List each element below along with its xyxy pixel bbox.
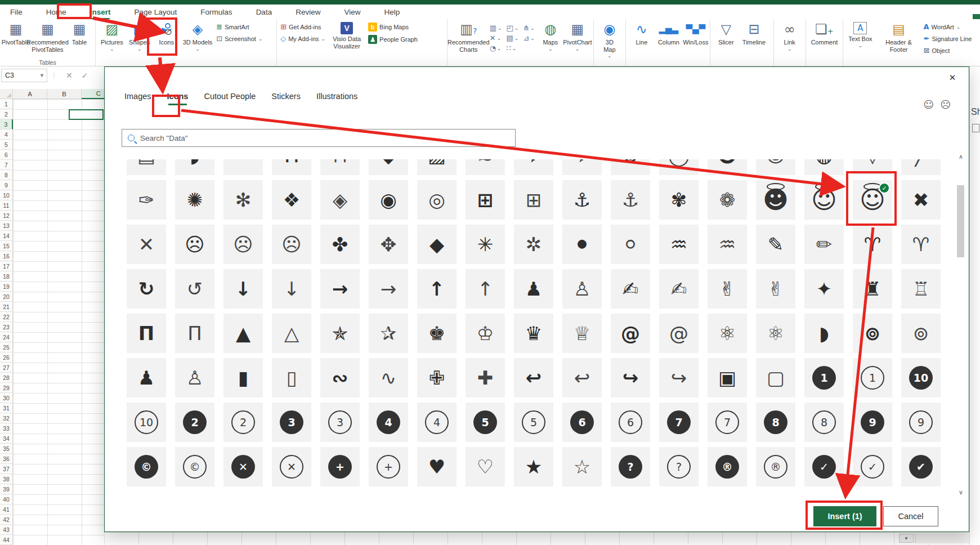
shapes-button[interactable]: ◧ Shapes ⌄ (126, 20, 153, 53)
angry-face-outline-icon[interactable]: ☹ (223, 225, 263, 264)
row-header-26[interactable]: 26 (0, 352, 13, 363)
field-outline-partial-icon[interactable]: ≋ (466, 159, 505, 175)
arrow-forward-outline-icon[interactable]: ↪ (659, 358, 699, 397)
3d-models-button[interactable]: ◈ 3D Models ⌄ (180, 20, 216, 53)
architecture-filled-icon[interactable]: ✎ (756, 225, 795, 264)
face-outline-partial-icon[interactable]: ☺ (756, 159, 795, 175)
row-header-40[interactable]: 40 (0, 494, 13, 504)
tab-file[interactable]: File (7, 6, 26, 19)
dialog-tab-images[interactable]: Images (124, 92, 151, 105)
star-filled-icon[interactable]: ★ (514, 447, 553, 486)
row-header-2[interactable]: 2 (0, 109, 13, 119)
anchor-outline-icon[interactable]: ⚓ (611, 180, 650, 220)
face-filled-partial-icon[interactable]: ☻ (708, 159, 747, 175)
sparkline-line-button[interactable]: ∿ Line (628, 20, 655, 48)
row-header-32[interactable]: 32 (0, 413, 13, 423)
close-icon[interactable]: ✕ (946, 72, 959, 84)
treemap-chart-type-icon[interactable]: ◰⌄ (507, 24, 519, 32)
bing-maps-button[interactable]: b Bing Maps (368, 23, 418, 32)
pie-chart-type-icon[interactable]: ◔⌄ (490, 44, 502, 52)
row-header-14[interactable]: 14 (0, 231, 13, 241)
row-header-37[interactable]: 37 (0, 464, 13, 474)
baby-outline-icon[interactable]: ♙ (175, 358, 214, 397)
row-header-23[interactable]: 23 (0, 322, 13, 332)
row-header-4[interactable]: 4 (0, 129, 13, 140)
formula-cancel-icon[interactable]: ✕ (66, 71, 73, 80)
architecture-outline-icon[interactable]: ✏ (804, 225, 844, 264)
link-button[interactable]: ∞ Link ⌄ (776, 20, 803, 53)
yarn-filled-icon[interactable]: ✺ (175, 180, 214, 220)
badge-6-filled-icon[interactable]: 6 (562, 403, 602, 442)
at-symbol-outline-icon[interactable]: @ (659, 314, 699, 353)
angry-face-filled-icon[interactable]: ☹ (175, 225, 214, 264)
line-chart-type-icon[interactable]: ✕⌄ (490, 34, 502, 42)
baby-bottle-filled-icon[interactable]: ▮ (223, 358, 263, 397)
badge-10-filled-icon[interactable]: 10 (901, 358, 941, 397)
onesie-filled-icon[interactable]: ✙ (417, 358, 457, 397)
tab-page-layout[interactable]: Page Layout (131, 6, 181, 19)
row-header-29[interactable]: 29 (0, 383, 13, 393)
pictures-button[interactable]: ▨ Pictures ⌄ (98, 20, 126, 53)
needle-thread-icon[interactable]: ✑ (127, 180, 166, 220)
row-header-16[interactable]: 16 (0, 251, 13, 261)
row-header-39[interactable]: 39 (0, 484, 13, 494)
aries-outline-icon[interactable]: ♈ (901, 225, 941, 264)
row-header-20[interactable]: 20 (0, 292, 13, 302)
row-header-7[interactable]: 7 (0, 160, 13, 170)
get-addins-button[interactable]: ⊞ Get Add-ins (280, 23, 325, 31)
row-header-1[interactable]: 1 (0, 99, 13, 109)
badge-5-filled-icon[interactable]: 5 (466, 403, 505, 442)
feedback-frown-icon[interactable]: ☹ (940, 99, 951, 110)
atom-outline-icon[interactable]: ⚛ (756, 314, 795, 353)
dark-item-partial-icon[interactable]: ◗ (175, 159, 214, 175)
badge-7-filled-icon[interactable]: 7 (659, 403, 699, 442)
astronaut-filled-icon[interactable]: ♚ (417, 314, 457, 353)
baby-crawl-outline-icon[interactable]: ∿ (369, 358, 408, 397)
angel-face-outline-icon[interactable]: ☺ (804, 180, 844, 220)
row-header-5[interactable]: 5 (0, 140, 13, 150)
row-header-9[interactable]: 9 (0, 180, 13, 190)
dialog-tab-cutout-people[interactable]: Cutout People (204, 92, 256, 105)
column-header-a[interactable]: A (13, 89, 47, 99)
badge-copyright-filled-icon[interactable]: © (127, 447, 166, 486)
ai-head-outline-icon[interactable]: ♙ (562, 269, 602, 309)
tab-home[interactable]: Home (43, 6, 70, 19)
badge-6-outline-icon[interactable]: 6 (611, 403, 650, 442)
anchor-filled-icon[interactable]: ⚓ (562, 180, 602, 220)
badge-x-outline-icon[interactable]: ✕ (272, 447, 311, 486)
artist-outline-icon[interactable]: ✍ (659, 269, 699, 309)
seal-check-filled-icon[interactable]: ✓ (804, 447, 844, 486)
row-header-36[interactable]: 36 (0, 454, 13, 464)
reaching-star-outline-icon[interactable]: ✰ (369, 314, 408, 353)
astronaut-2-outline-icon[interactable]: ♕ (562, 314, 602, 353)
ring-outline-partial-icon[interactable]: ◯ (659, 159, 699, 175)
column-chart-type-icon[interactable]: ▥⌄ (490, 24, 502, 32)
row-header-8[interactable]: 8 (0, 170, 13, 180)
anger-symbol-filled-icon[interactable]: ✖ (901, 180, 941, 220)
tab-data[interactable]: Data (253, 6, 276, 19)
icons-button[interactable]: Icons (153, 20, 180, 48)
seal-check-outline-icon[interactable]: ✓ (853, 447, 892, 486)
badge-10-outline-icon[interactable]: 10 (127, 403, 166, 442)
horizontal-scroll-dropdown[interactable]: ▼ (899, 534, 914, 543)
table-button[interactable]: ▦ Table (66, 20, 93, 48)
angel-face-outline-selected-icon[interactable]: ☺✓ (853, 180, 892, 220)
selected-cell-c3[interactable] (69, 109, 104, 120)
hierarchy-chart-type-icon[interactable]: ⋔⌄ (523, 24, 534, 32)
badge-9-outline-icon[interactable]: 9 (901, 403, 941, 442)
asian-temple-filled-icon[interactable]: ♜ (853, 269, 892, 309)
insert-button[interactable]: Insert (1) (813, 506, 876, 526)
tab-formulas[interactable]: Formulas (197, 6, 235, 19)
badge-copyright-outline-icon[interactable]: © (175, 447, 214, 486)
row-header-35[interactable]: 35 (0, 444, 13, 454)
row-header-33[interactable]: 33 (0, 423, 13, 434)
visio-data-visualizer-button[interactable]: V Visio Data Visualizer (326, 20, 367, 51)
check-circle-filled-icon[interactable]: ✔ (901, 447, 941, 486)
ring-filled-partial-icon[interactable]: ⊕ (611, 159, 650, 175)
wordart-button[interactable]: A WordArt ⌄ (924, 23, 972, 31)
tab-view[interactable]: View (341, 6, 364, 19)
tape-measure-outline-icon[interactable]: ◈ (320, 180, 360, 220)
cell-grid[interactable] (13, 99, 104, 545)
apple-filled-icon[interactable]: ⚫ (562, 225, 602, 264)
aquarius-outline-icon[interactable]: ♒ (708, 225, 747, 264)
